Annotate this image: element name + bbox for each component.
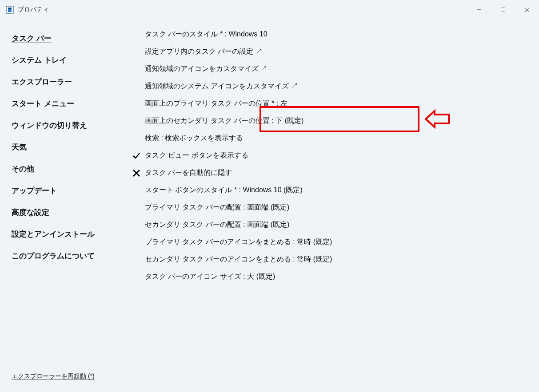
sidebar-item-windowswitch[interactable]: ウィンドウの切り替え <box>12 115 87 136</box>
sidebar-item-startmenu[interactable]: スタート メニュー <box>12 93 74 115</box>
option-secondary-taskbar-position[interactable]: 画面上のセカンダリ タスク バーの位置 : 下 (既定) <box>132 112 530 130</box>
content-wrap: タスク バーのスタイル * : Windows 10 設定アプリ内のタスク バー… <box>120 20 539 392</box>
option-autohide-taskbar[interactable]: タスク バーを自動的に隠す <box>132 164 530 182</box>
sidebar-item-other[interactable]: その他 <box>12 158 34 180</box>
option-primary-taskbar-alignment[interactable]: プライマリ タスク バーの配置 : 画面端 (既定) <box>132 199 530 216</box>
sidebar-item-systemtray[interactable]: システム トレイ <box>12 49 67 71</box>
titlebar: プロパティ <box>0 0 539 20</box>
svg-rect-2 <box>8 8 12 9</box>
option-taskbar-icon-size[interactable]: タスク バーのアイコン サイズ : 大 (既定) <box>132 268 530 285</box>
option-primary-taskbar-position[interactable]: 画面上のプライマリ タスク バーの位置 * : 左 <box>132 95 530 112</box>
option-taskbar-style[interactable]: タスク バーのスタイル * : Windows 10 <box>132 26 530 43</box>
sidebar-item-advanced[interactable]: 高度な設定 <box>12 202 49 223</box>
restart-explorer-link[interactable]: エクスプローラーを再起動 (*) <box>12 372 95 380</box>
option-taskbar-settings-link[interactable]: 設定アプリ内のタスク バーの設定 ↗ <box>132 43 530 60</box>
option-secondary-combine-icons[interactable]: セカンダリ タスク バーのアイコンをまとめる : 常時 (既定) <box>132 251 530 268</box>
sidebar: タスク バー システム トレイ エクスプローラー スタート メニュー ウィンドウ… <box>0 20 120 392</box>
sidebar-item-settings-uninstall[interactable]: 設定とアンインストール <box>12 223 95 245</box>
sidebar-item-explorer[interactable]: エクスプローラー <box>12 71 72 93</box>
option-primary-combine-icons[interactable]: プライマリ タスク バーのアイコンをまとめる : 常時 (既定) <box>132 234 530 251</box>
content: タスク バーのスタイル * : Windows 10 設定アプリ内のタスク バー… <box>120 20 539 285</box>
option-taskview-button[interactable]: タスク ビュー ボタンを表示する <box>132 147 530 164</box>
window-controls <box>467 0 539 20</box>
sidebar-item-update[interactable]: アップデート <box>12 180 57 202</box>
maximize-button[interactable] <box>491 0 515 20</box>
option-secondary-taskbar-alignment[interactable]: セカンダリ タスク バーの配置 : 画面端 (既定) <box>132 216 530 234</box>
minimize-button[interactable] <box>467 0 491 20</box>
option-search[interactable]: 検索 : 検索ボックスを表示する <box>132 130 530 147</box>
app-icon <box>5 5 14 14</box>
sidebar-item-about[interactable]: このプログラムについて <box>12 245 95 267</box>
window-title: プロパティ <box>18 6 49 14</box>
client-area: タスク バー システム トレイ エクスプローラー スタート メニュー ウィンドウ… <box>0 20 539 392</box>
cross-icon <box>132 169 145 177</box>
content-inner: タスク バーのスタイル * : Windows 10 設定アプリ内のタスク バー… <box>120 26 530 285</box>
indented-group: 画面上のプライマリ タスク バーの位置 * : 左 画面上のセカンダリ タスク … <box>132 95 530 285</box>
option-notification-system-icons-link[interactable]: 通知領域のシステム アイコンをカスタマイズ ↗ <box>132 78 530 95</box>
sidebar-item-weather[interactable]: 天気 <box>12 136 27 158</box>
option-start-button-style[interactable]: スタート ボタンのスタイル * : Windows 10 (既定) <box>132 182 530 199</box>
svg-rect-4 <box>501 8 505 12</box>
close-button[interactable] <box>515 0 539 20</box>
sidebar-item-taskbar[interactable]: タスク バー <box>12 28 52 49</box>
check-icon <box>132 152 145 160</box>
option-notification-icons-link[interactable]: 通知領域のアイコンをカスタマイズ ↗ <box>132 60 530 78</box>
